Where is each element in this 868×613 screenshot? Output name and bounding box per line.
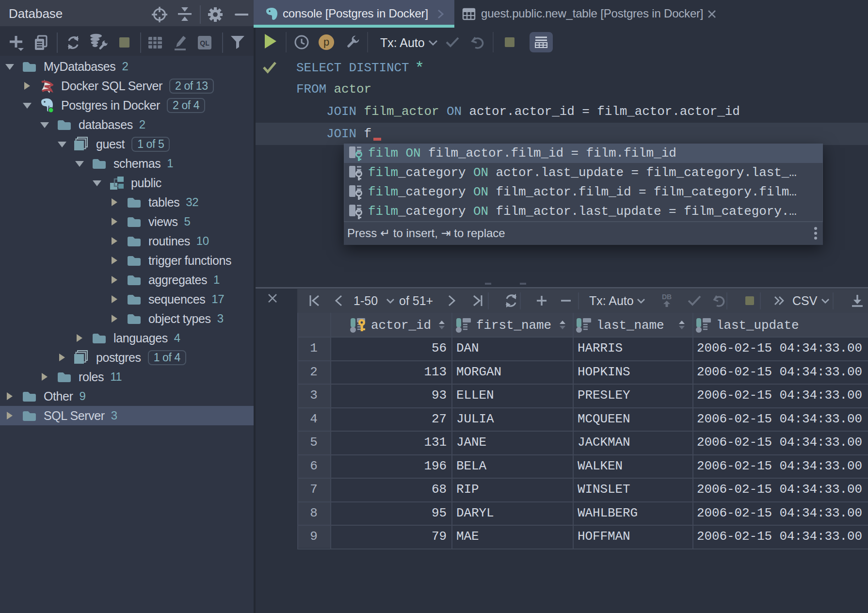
svg-text:p: p (323, 36, 329, 48)
svg-text:QL: QL (200, 39, 209, 47)
svg-text:DB: DB (662, 293, 672, 301)
